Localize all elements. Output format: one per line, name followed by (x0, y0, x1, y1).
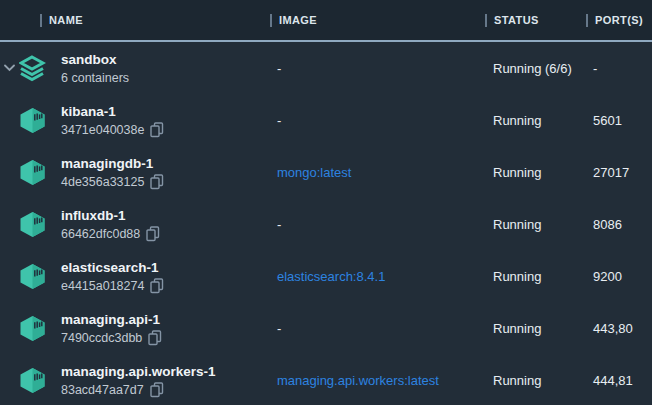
ports-text: 9200 (586, 269, 652, 284)
copy-icon (148, 330, 162, 346)
column-header-ports: PORT(S) (586, 14, 652, 27)
ports-text: 27017 (586, 165, 652, 180)
expand-collapse-button[interactable] (0, 64, 18, 72)
ports-text: 8086 (586, 217, 652, 232)
container-cube-icon (19, 263, 46, 290)
compose-stack-icon (19, 55, 46, 82)
column-separator (270, 14, 272, 27)
container-id: 66462dfc0d88 (61, 225, 140, 243)
column-separator (485, 14, 487, 27)
ports-text: 5601 (586, 113, 652, 128)
container-name: elasticsearch-1 (61, 258, 164, 277)
copy-id-button[interactable] (150, 382, 164, 398)
name-cell: elasticsearch-1 e4415a018274 (0, 250, 270, 302)
column-header-ports-label: PORT(S) (595, 14, 643, 26)
table-row-influxdb-1[interactable]: influxdb-1 66462dfc0d88 - Running 8086 (0, 198, 652, 250)
name-cell: managing.api-1 7490ccdc3dbb (0, 302, 270, 354)
table-row-managing-api-workers-1[interactable]: managing.api.workers-1 83acd47aa7d7 mana… (0, 354, 652, 405)
table-row-kibana-1[interactable]: kibana-1 3471e040038e - Running 5601 (0, 94, 652, 146)
table-row-managing-api-1[interactable]: managing.api-1 7490ccdc3dbb - Running 44… (0, 302, 652, 354)
container-id: e4415a018274 (61, 277, 144, 295)
containers-table: NAME IMAGE STATUS PORT(S) sandbox 6 cont… (0, 0, 652, 405)
name-cell: managingdb-1 4de356a33125 (0, 146, 270, 198)
column-header-status-label: STATUS (494, 14, 539, 26)
status-text: Running (485, 269, 586, 284)
container-cube-icon (19, 107, 46, 134)
copy-id-button[interactable] (148, 330, 162, 346)
image-cell: - (270, 321, 485, 336)
copy-id-button[interactable] (146, 226, 160, 242)
image-cell: - (270, 113, 485, 128)
copy-icon (150, 278, 164, 294)
copy-icon (146, 226, 160, 242)
table-row-sandbox[interactable]: sandbox 6 containers - Running (6/6) - (0, 42, 652, 94)
status-text: Running (6/6) (485, 61, 586, 76)
copy-id-button[interactable] (150, 278, 164, 294)
column-separator (40, 14, 42, 27)
name-cell: managing.api.workers-1 83acd47aa7d7 (0, 354, 270, 405)
status-text: Running (485, 373, 586, 388)
chevron-down-icon (4, 64, 15, 72)
column-separator (586, 14, 588, 27)
container-cube-icon (19, 159, 46, 186)
ports-text: - (586, 61, 652, 76)
copy-icon (150, 122, 164, 138)
copy-icon (150, 174, 164, 190)
status-text: Running (485, 217, 586, 232)
column-header-name: NAME (0, 14, 270, 27)
container-name: managingdb-1 (61, 154, 164, 173)
column-header-name-label: NAME (49, 14, 83, 26)
container-id: 3471e040038e (61, 121, 144, 139)
container-name: managing.api-1 (61, 310, 162, 329)
table-row-managingdb-1[interactable]: managingdb-1 4de356a33125 mongo:latest R… (0, 146, 652, 198)
name-cell: kibana-1 3471e040038e (0, 94, 270, 146)
container-id: 83acd47aa7d7 (61, 381, 144, 399)
copy-icon (150, 382, 164, 398)
container-id: 4de356a33125 (61, 173, 144, 191)
status-text: Running (485, 165, 586, 180)
image-link[interactable]: managing.api.workers:latest (270, 373, 485, 388)
ports-text: 444,81 (586, 373, 652, 388)
image-cell: - (270, 217, 485, 232)
image-link[interactable]: elasticsearch:8.4.1 (270, 269, 485, 284)
container-cube-icon (19, 367, 46, 394)
container-cube-icon (19, 211, 46, 238)
copy-id-button[interactable] (150, 122, 164, 138)
container-name: influxdb-1 (61, 206, 160, 225)
table-header: NAME IMAGE STATUS PORT(S) (0, 0, 652, 42)
image-cell: - (270, 61, 485, 76)
container-cube-icon (19, 315, 46, 342)
container-name: managing.api.workers-1 (61, 362, 216, 381)
status-text: Running (485, 113, 586, 128)
column-header-status: STATUS (485, 14, 586, 27)
name-cell: sandbox 6 containers (0, 42, 270, 94)
container-name: sandbox (61, 50, 129, 69)
ports-text: 443,80 (586, 321, 652, 336)
container-name: kibana-1 (61, 102, 164, 121)
image-link[interactable]: mongo:latest (270, 165, 485, 180)
status-text: Running (485, 321, 586, 336)
container-count: 6 containers (61, 69, 129, 87)
column-header-image: IMAGE (270, 14, 485, 27)
column-header-image-label: IMAGE (279, 14, 317, 26)
copy-id-button[interactable] (150, 174, 164, 190)
container-id: 7490ccdc3dbb (61, 329, 142, 347)
table-row-elasticsearch-1[interactable]: elasticsearch-1 e4415a018274 elasticsear… (0, 250, 652, 302)
name-cell: influxdb-1 66462dfc0d88 (0, 198, 270, 250)
